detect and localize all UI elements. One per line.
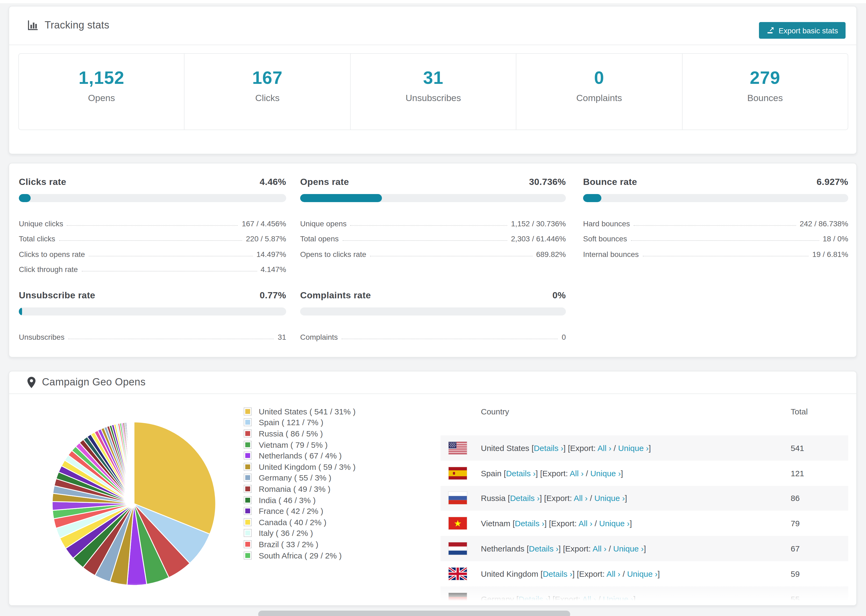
details-link[interactable]: Details › [510, 494, 540, 503]
flag-us-icon [449, 442, 467, 454]
legend-item: India ( 46 / 3% ) [244, 495, 356, 506]
country-name: Germany [481, 594, 516, 603]
country-cell: Spain [Details ›] [Export: All › / Uniqu… [481, 468, 791, 478]
legend-label: Romania ( 49 / 3% ) [259, 484, 331, 493]
rate-row-label: Total clicks [19, 234, 55, 244]
export-all-link[interactable]: All › [574, 494, 587, 503]
rate-block-opens-rate: Opens rate30.736%Unique opens1,152 / 30.… [300, 177, 566, 259]
rate-title: Opens rate [300, 177, 349, 188]
rate-rows: Unique clicks167 / 4.456%Total clicks220… [19, 214, 286, 275]
rate-row-value: 14.497% [256, 250, 286, 259]
rate-row-label: Complaints [300, 332, 338, 342]
legend-label: Brazil ( 33 / 2% ) [259, 540, 318, 549]
table-row: Netherlands [Details ›] [Export: All › /… [441, 536, 848, 561]
horizontal-scrollbar-thumb[interactable] [258, 611, 570, 616]
flag-ru-icon [449, 492, 467, 504]
country-cell: Russia [Details ›] [Export: All › / Uniq… [481, 494, 791, 503]
details-link[interactable]: Details › [529, 544, 558, 553]
export-all-link[interactable]: All › [570, 468, 584, 478]
details-link[interactable]: Details › [534, 443, 564, 453]
rate-row-value: 31 [278, 332, 286, 342]
flag-gb-icon [449, 567, 467, 580]
total-cell: 541 [791, 443, 848, 453]
rate-title: Clicks rate [19, 177, 66, 188]
legend-item: Spain ( 121 / 7% ) [244, 417, 356, 428]
export-all-link[interactable]: All › [598, 443, 612, 453]
export-all-link[interactable]: All › [592, 544, 606, 553]
rate-row-label: Clicks to opens rate [19, 250, 85, 259]
rate-row-label: Internal bounces [583, 250, 639, 259]
dotted-leader [59, 240, 242, 241]
export-unique-link[interactable]: Unique › [613, 544, 644, 553]
dotted-leader [370, 256, 532, 256]
export-unique-link[interactable]: Unique › [599, 519, 630, 528]
export-unique-link[interactable]: Unique › [618, 443, 649, 453]
rate-row-label: Opens to clicks rate [300, 250, 366, 259]
legend-label: Russia ( 86 / 5% ) [259, 429, 323, 438]
rate-value: 4.46% [260, 177, 286, 188]
rate-rows: Unsubscribes31 [19, 327, 286, 342]
flag-vn-icon [449, 517, 467, 530]
rate-row-label: Total opens [300, 234, 339, 244]
geo-opens-card: Campaign Geo Opens United States ( 541 /… [9, 371, 857, 606]
rate-row-label: Hard bounces [583, 219, 630, 229]
geo-opens-table: Country Total United States [Details ›] … [441, 399, 848, 606]
dotted-leader [631, 240, 819, 241]
rate-row-label: Unique opens [300, 219, 347, 229]
rate-progress-bar [19, 194, 286, 202]
export-basic-stats-button[interactable]: Export basic stats [759, 22, 846, 39]
country-cell: Vietnam [Details ›] [Export: All › / Uni… [481, 519, 791, 528]
dotted-leader [342, 338, 558, 339]
legend-swatch [244, 551, 252, 559]
dotted-leader [82, 271, 257, 272]
dotted-leader [68, 338, 274, 339]
details-link[interactable]: Details › [518, 594, 548, 603]
export-all-link[interactable]: All › [606, 569, 620, 578]
legend-swatch [244, 407, 252, 415]
rate-row-value: 0 [562, 332, 566, 342]
legend-swatch [244, 440, 252, 449]
legend-item: United States ( 541 / 31% ) [244, 406, 356, 417]
legend-label: Canada ( 40 / 2% ) [259, 517, 326, 526]
dashboard-page: Tracking stats Export basic stats 1,152O… [0, 0, 866, 616]
legend-label: Germany ( 55 / 3% ) [259, 473, 331, 482]
rate-block-complaints-rate: Complaints rate0%Complaints0 [300, 290, 566, 342]
country-name: Spain [481, 468, 504, 478]
total-cell: 67 [791, 544, 848, 553]
rate-header: Clicks rate4.46% [19, 177, 286, 188]
rate-row-value: 19 / 6.81% [812, 250, 848, 259]
dotted-leader [642, 256, 808, 256]
rate-row-label: Click through rate [19, 265, 78, 275]
tracking-stats-header: Tracking stats Export basic stats [9, 6, 856, 45]
legend-swatch [244, 463, 252, 471]
export-unique-link[interactable]: Unique › [590, 468, 621, 478]
export-all-link[interactable]: All › [582, 594, 596, 603]
rate-row-value: 689.82% [536, 250, 566, 259]
dotted-leader [634, 225, 796, 225]
details-link[interactable]: Details › [506, 468, 535, 478]
rate-header: Bounce rate6.927% [583, 177, 848, 188]
rate-rows: Hard bounces242 / 86.738%Soft bounces18 … [583, 214, 848, 259]
legend-label: Vietnam ( 79 / 5% ) [259, 440, 328, 449]
country-cell: United States [Details ›] [Export: All ›… [481, 443, 791, 453]
export-unique-link[interactable]: Unique › [603, 594, 633, 603]
geo-header: Campaign Geo Opens [9, 371, 856, 393]
rate-row: Unsubscribes31 [19, 327, 286, 342]
dotted-leader [67, 225, 238, 225]
summary-stat: 167Clicks [184, 54, 350, 130]
country-name: United States [481, 443, 531, 453]
export-all-link[interactable]: All › [578, 519, 592, 528]
rate-title: Complaints rate [300, 290, 371, 301]
rate-row: Opens to clicks rate689.82% [300, 244, 566, 259]
legend-item: Germany ( 55 / 3% ) [244, 472, 356, 483]
rate-row-value: 4.147% [261, 265, 286, 275]
rate-row: Soft bounces18 / 0% [583, 229, 848, 244]
table-row: United States [Details ›] [Export: All ›… [441, 435, 848, 460]
bar-chart-icon [27, 20, 38, 31]
export-unique-link[interactable]: Unique › [594, 494, 625, 503]
details-link[interactable]: Details › [543, 569, 572, 578]
summary-stat: 0Complaints [516, 54, 682, 130]
details-link[interactable]: Details › [515, 519, 544, 528]
export-unique-link[interactable]: Unique › [627, 569, 658, 578]
rate-block-unsubscribe-rate: Unsubscribe rate0.77%Unsubscribes31 [19, 290, 286, 342]
